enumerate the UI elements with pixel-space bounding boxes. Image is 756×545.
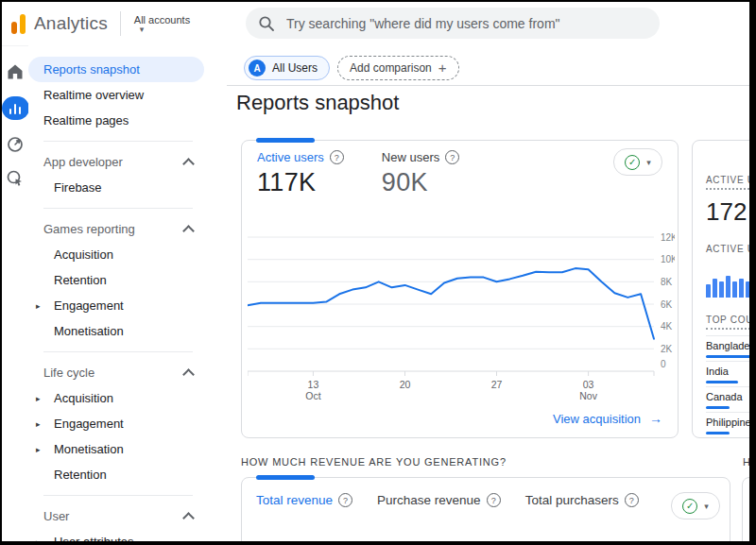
sidebar-item-engagement[interactable]: ▸Engagement <box>28 411 204 436</box>
country-row: Bangladesh <box>706 335 749 358</box>
chevron-up-icon <box>182 225 195 237</box>
svg-text:0: 0 <box>661 359 666 369</box>
all-users-chip-label: All Users <box>272 61 318 75</box>
check-circle-icon: ✓ <box>682 499 697 514</box>
sidebar-section-games-reporting[interactable]: Games reporting <box>28 216 193 242</box>
minute-bar <box>746 281 749 298</box>
active-users-30min-value: 172 <box>706 197 749 227</box>
reports-icon[interactable] <box>2 96 29 120</box>
chevron-up-icon <box>182 512 195 524</box>
users-overview-card: Active users ? 117K New users ? 90K ✓ ▾ … <box>241 140 679 438</box>
expand-arrow-icon: ▸ <box>36 419 54 429</box>
metric-total-revenue[interactable]: Total revenue ? <box>256 493 352 507</box>
chevron-up-icon <box>182 158 195 170</box>
help-icon[interactable]: ? <box>487 493 501 507</box>
metric-total-purchasers[interactable]: Total purchasers ? <box>525 493 639 507</box>
country-row: Canada <box>706 386 749 409</box>
app-window: Analytics All accounts ▾ <box>2 2 749 541</box>
active-users-line-chart: 02K4K6K8K10K12K13Oct202703Nov <box>248 230 675 415</box>
sidebar-section-app-developer[interactable]: App developer <box>28 149 193 175</box>
sidebar-item-label: Monetisation <box>54 324 124 338</box>
metric-total-revenue-label: Total revenue <box>256 493 333 507</box>
expand-arrow-icon: ▸ <box>36 394 54 403</box>
data-quality-dropdown[interactable]: ✓ ▾ <box>671 492 720 519</box>
sidebar-section-user[interactable]: User <box>28 503 193 529</box>
help-icon[interactable]: ? <box>625 493 639 507</box>
sidebar-item-realtime-overview[interactable]: Realtime overview <box>28 82 204 108</box>
main-content: A All Users Add comparison + Reports sna… <box>227 45 749 541</box>
metric-total-purchasers-label: Total purchasers <box>525 493 619 507</box>
sidebar-item-firebase[interactable]: Firebase <box>28 175 204 200</box>
analytics-logo[interactable]: Analytics <box>11 13 108 34</box>
svg-text:20: 20 <box>400 379 411 390</box>
screenshot-stage: Analytics All accounts ▾ <box>0 0 756 545</box>
data-quality-dropdown[interactable]: ✓ ▾ <box>613 148 662 176</box>
expand-arrow-icon: ▸ <box>36 445 54 454</box>
sidebar-item-realtime-pages[interactable]: Realtime pages <box>28 108 204 133</box>
account-selector[interactable]: All accounts ▾ <box>134 14 190 33</box>
chevron-down-icon: ▾ <box>646 158 651 167</box>
sidebar-divider <box>43 208 193 209</box>
chevron-down-icon: ▾ <box>704 502 709 511</box>
help-icon[interactable]: ? <box>330 150 344 164</box>
card-tab-indicator <box>256 138 315 143</box>
help-icon[interactable]: ? <box>338 493 352 507</box>
metric-active-users[interactable]: Active users ? 117K <box>257 150 344 197</box>
sidebar-item-label: Engagement <box>54 417 124 431</box>
svg-text:Oct: Oct <box>305 390 320 401</box>
sidebar-item-reports-snapshot[interactable]: Reports snapshot <box>28 57 204 82</box>
metric-new-users-label: New users <box>382 150 439 164</box>
active-users-per-minute-chart <box>706 265 749 298</box>
analytics-logo-icon <box>11 13 26 34</box>
advertising-icon[interactable] <box>6 169 25 188</box>
view-acquisition-link[interactable]: View acquisition → <box>553 411 662 426</box>
top-countries-list: BangladeshIndiaCanadaPhilippinesPakistan <box>706 335 749 438</box>
check-circle-icon: ✓ <box>625 155 640 170</box>
help-icon[interactable]: ? <box>445 150 459 164</box>
report-nav-sidebar: Reports snapshotRealtime overviewRealtim… <box>28 45 229 541</box>
svg-text:4K: 4K <box>661 321 673 332</box>
minute-bar <box>739 279 744 298</box>
sidebar-item-label: Engagement <box>54 298 124 313</box>
sidebar-item-label: Retention <box>54 468 107 482</box>
search-icon <box>258 15 275 32</box>
left-icon-rail <box>2 45 28 541</box>
sidebar-item-label: Realtime overview <box>43 88 144 102</box>
sidebar-item-acquisition[interactable]: Acquisition <box>28 242 204 267</box>
view-acquisition-label: View acquisition <box>553 412 641 426</box>
svg-text:27: 27 <box>491 379 503 390</box>
sidebar-item-label: Reports snapshot <box>43 62 140 77</box>
country-bar <box>706 406 730 409</box>
minute-bar <box>719 281 724 298</box>
comparison-chips-row: A All Users Add comparison + <box>244 56 459 80</box>
sidebar-item-monetisation[interactable]: ▸Monetisation <box>28 436 204 462</box>
metric-new-users-value: 90K <box>382 168 459 197</box>
expand-arrow-icon: ▸ <box>36 301 54 311</box>
sidebar-item-label: Retention <box>54 273 107 287</box>
svg-text:8K: 8K <box>661 277 673 287</box>
search-bar[interactable] <box>246 8 660 39</box>
realtime-card: ACTIVE USERS 172 ACTIVE USERS TOP COUNTR… <box>692 140 749 438</box>
sidebar-section-label: App developer <box>43 155 123 169</box>
home-icon[interactable] <box>6 62 25 81</box>
add-comparison-chip[interactable]: Add comparison + <box>337 56 458 80</box>
sidebar-item-user-attributes[interactable]: ▸User attributes <box>28 529 204 541</box>
metric-new-users[interactable]: New users ? 90K <box>382 150 459 197</box>
arrow-right-icon: → <box>649 411 662 426</box>
svg-text:12K: 12K <box>661 232 675 243</box>
sidebar-item-retention[interactable]: Retention <box>28 462 204 487</box>
sidebar-item-engagement[interactable]: ▸Engagement <box>28 293 204 318</box>
svg-text:03: 03 <box>583 379 594 390</box>
sidebar-section-life-cycle[interactable]: Life cycle <box>28 360 193 385</box>
country-name: India <box>706 366 749 378</box>
metric-purchase-revenue[interactable]: Purchase revenue ? <box>377 493 501 507</box>
sidebar-item-acquisition[interactable]: ▸Acquisition <box>28 385 204 411</box>
all-users-avatar: A <box>249 60 266 77</box>
sidebar-item-retention[interactable]: Retention <box>28 267 204 293</box>
add-comparison-label: Add comparison <box>350 61 432 75</box>
search-input[interactable] <box>284 15 647 32</box>
header-divider <box>227 85 749 86</box>
all-users-chip[interactable]: A All Users <box>244 56 330 80</box>
sidebar-item-monetisation[interactable]: Monetisation <box>28 318 204 344</box>
explore-icon[interactable] <box>6 135 25 154</box>
